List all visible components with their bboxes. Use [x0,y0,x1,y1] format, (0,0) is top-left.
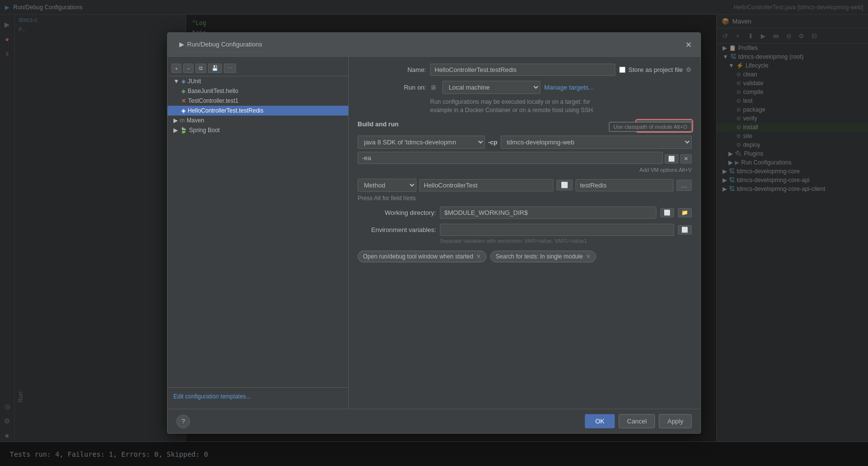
name-label: Name: [358,66,426,73]
working-dir-browse-btn[interactable]: 📁 [678,208,692,217]
vm-options-row: ⬜ ✕ [358,152,692,166]
name-input[interactable] [430,64,615,76]
run-debug-dialog: ▶ Run/Debug Configurations ✕ + − ⧉ 💾 ⋯ [167,32,701,434]
env-vars-row: Environment variables: ⬜ [358,224,692,236]
chips-row: Open run/debug tool window when started … [358,251,692,262]
cp-value-select[interactable]: tdmcs-developmng-web [501,136,692,149]
use-classpath-hint: Use classpath of module Alt+O [609,122,692,132]
hello-testredis-label: HelloControllerTest.testRedis [188,107,264,114]
env-vars-expand-btn[interactable]: ⬜ [678,225,692,234]
dialog-close-button[interactable]: ✕ [682,39,695,50]
sidebar-item-maven[interactable]: ▶ m Maven [168,116,348,125]
testcontroller-label: TestController.test1 [188,97,239,104]
info-text: Run configurations may be executed local… [430,98,692,115]
spring-icon: 🍃 [180,127,187,134]
junit-label: JUnit [188,78,201,85]
dialog-icon: ▶ [179,41,184,48]
method-ellipsis-btn[interactable]: … [676,180,692,191]
store-project-row: Store as project file ⚙ [619,66,692,73]
sidebar-item-springboot[interactable]: ▶ 🍃 Spring Boot [168,125,348,135]
dialog-title: Run/Debug Configurations [187,41,262,48]
working-dir-row: Working directory: ⬜ 📁 [358,207,692,219]
method-select[interactable]: Method [358,179,416,192]
footer-right: OK Cancel Apply [585,414,692,428]
dialog-form: Name: Store as project file ⚙ Run on: 🖥 [349,57,700,409]
sidebar-save-btn[interactable]: 💾 [208,64,222,73]
chip-label-2: Search for tests: In single module [496,253,583,260]
maven-group-label: Maven [187,117,204,124]
dialog-titlebar: ▶ Run/Debug Configurations ✕ [168,33,700,57]
env-hint-text: Separate variables with semicolon: VAR=v… [440,238,692,244]
working-dir-label: Working directory: [358,209,436,216]
vm-options-input[interactable] [358,152,663,164]
error-icon: ✕ [181,97,186,104]
cancel-button[interactable]: Cancel [619,414,655,428]
chip-run-debug: Open run/debug tool window when started … [358,251,486,262]
vm-options-more-btn[interactable]: ✕ [680,154,692,163]
help-button[interactable]: ? [176,415,190,428]
sidebar-copy-btn[interactable]: ⧉ [195,64,206,73]
build-run-section: Build and run JRE Alt+J Modify options ∨… [358,120,692,173]
chip-search-tests: Search for tests: In single module ✕ [490,251,596,262]
sdk-row: java 8 SDK of 'tdmcs-developmn -cp tdmcs… [358,136,692,149]
build-run-label: Build and run [358,120,399,128]
name-row: Name: Store as project file ⚙ [358,64,692,76]
chip-label-1: Open run/debug tool window when started [363,253,473,260]
local-machine-icon: 🖥 [430,84,436,91]
cp-label: -cp [488,139,498,146]
sidebar-add-btn[interactable]: + [171,64,181,73]
chip-close-2[interactable]: ✕ [586,253,591,260]
method-input[interactable] [576,179,674,191]
dialog-body: + − ⧉ 💾 ⋯ ▼ ◈ JUnit ◈ BaseJunitTest [168,57,700,409]
spring-label: Spring Boot [189,127,220,134]
sidebar-item-hello-testredis[interactable]: ◈ HelloControllerTest.testRedis [168,106,348,116]
junit-arrow: ▼ [173,78,179,85]
sidebar-toolbar: + − ⧉ 💾 ⋯ [168,61,348,76]
dialog-sidebar: + − ⧉ 💾 ⋯ ▼ ◈ JUnit ◈ BaseJunitTest [168,57,349,409]
info-line2: example in a Docker Container or on a re… [430,107,595,114]
working-dir-var-btn[interactable]: ⬜ [660,208,674,217]
sidebar-more-btn[interactable]: ⋯ [224,64,236,73]
modal-overlay: ▶ Run/Debug Configurations ✕ + − ⧉ 💾 ⋯ [0,0,868,466]
working-dir-input[interactable] [440,207,656,219]
dialog-title-area: ▶ Run/Debug Configurations [173,37,268,52]
maven-arrow: ▶ [173,117,178,124]
sidebar-item-basejunit[interactable]: ◈ BaseJunitTest.hello [168,86,348,96]
sidebar-item-testcontroller[interactable]: ✕ TestController.test1 [168,96,348,106]
sidebar-bottom: Edit configuration templates... [168,387,348,405]
basejunit-label: BaseJunitTest.hello [188,88,238,94]
sdk-select[interactable]: java 8 SDK of 'tdmcs-developmn [358,136,485,149]
class-input[interactable] [419,179,554,191]
base-icon: ◈ [181,88,186,94]
env-vars-input[interactable] [440,224,674,236]
ide-background: ▶ Run/Debug Configurations HelloControll… [0,0,868,466]
apply-button[interactable]: Apply [659,414,692,428]
footer-left: ? [176,415,190,428]
spring-arrow: ▶ [173,127,178,134]
manage-targets-link[interactable]: Manage targets... [544,84,594,91]
edit-templates-link[interactable]: Edit configuration templates... [173,393,251,400]
vm-options-expand-btn[interactable]: ⬜ [665,154,678,163]
info-line1: Run configurations may be executed local… [430,98,590,105]
dialog-footer: ? OK Cancel Apply [168,409,700,433]
sidebar-minus-btn[interactable]: − [183,64,193,73]
class-browse-btn[interactable]: ⬜ [556,180,573,190]
junit-icon: ◈ [181,78,186,85]
method-row: Method ⬜ … [358,179,692,192]
run-on-label: Run on: [358,84,426,91]
ok-button[interactable]: OK [585,414,615,428]
active-icon: ◈ [181,107,186,114]
run-on-select[interactable]: Local machine [442,81,540,94]
chip-close-1[interactable]: ✕ [476,253,481,260]
run-on-row: Run on: 🖥 Local machine Manage targets..… [358,81,692,94]
add-vm-hint: Add VM options Alt+V [358,167,692,173]
maven-group-icon: m [180,117,185,124]
field-hints-text: Press Alt for field hints [358,195,692,202]
store-project-checkbox[interactable] [619,67,626,73]
store-settings-icon: ⚙ [686,66,692,73]
sidebar-item-junit[interactable]: ▼ ◈ JUnit [168,76,348,86]
env-vars-label: Environment variables: [358,226,436,233]
store-project-label: Store as project file [628,66,683,73]
